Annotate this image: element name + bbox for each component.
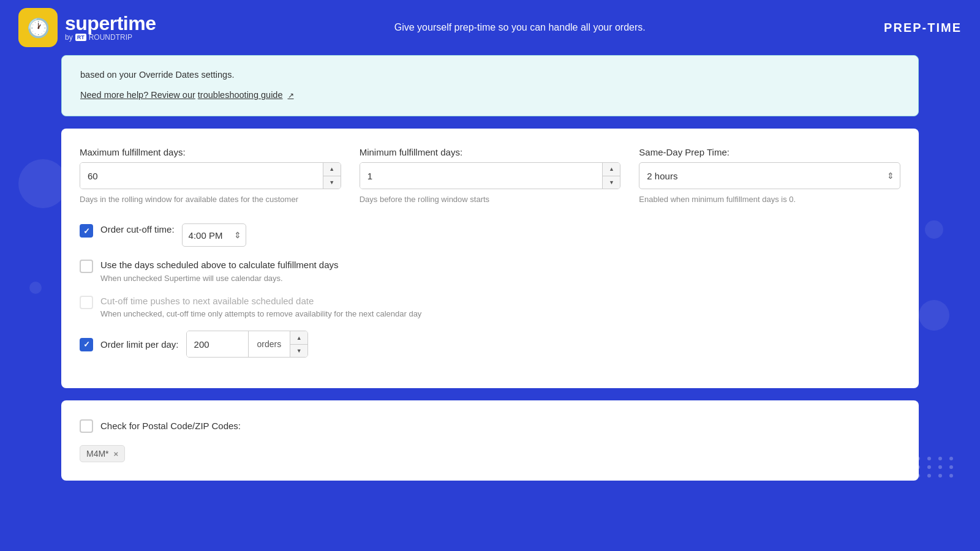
cutoff-pushes-hint: When unchecked, cut-off time only attemp…: [100, 309, 421, 318]
troubleshooting-link-text: troubleshooting guide: [198, 90, 283, 100]
use-scheduled-hint: When unchecked Supertime will use calend…: [100, 274, 339, 283]
max-fulfillment-up[interactable]: ▲: [323, 163, 341, 176]
cutoff-pushes-checkbox[interactable]: [80, 296, 93, 309]
logo-area: 🕐 supertime by RT ROUNDTRIP: [18, 8, 156, 47]
troubleshooting-link[interactable]: Need more help? Review our troubleshooti…: [80, 90, 294, 100]
header-tagline: Give yourself prep-time so you can handl…: [156, 22, 884, 33]
header-section: PREP-TIME: [884, 21, 962, 35]
min-fulfillment-input-wrap: ▲ ▼: [360, 162, 621, 189]
order-limit-label: Order limit per day:: [100, 339, 179, 351]
min-fulfillment-input[interactable]: [360, 163, 603, 189]
use-scheduled-checkbox[interactable]: [80, 260, 93, 273]
cutoff-label-group: Order cut-off time:: [100, 223, 175, 236]
roundtrip-icon: RT: [75, 34, 86, 41]
min-fulfillment-spinner: ▲ ▼: [602, 163, 620, 189]
min-fulfillment-label: Minimum fulfillment days:: [360, 147, 621, 157]
order-limit-row: Order limit per day: orders ▲ ▼: [80, 331, 900, 358]
order-limit-down[interactable]: ▼: [290, 345, 307, 358]
sameday-select-wrap: 1 hour 2 hours 3 hours 4 hours 6 hours 8…: [639, 162, 900, 189]
cutoff-time-wrap: 12:00 PM 1:00 PM 2:00 PM 3:00 PM 4:00 PM…: [182, 223, 246, 247]
use-scheduled-label-group: Use the days scheduled above to calculat…: [100, 259, 339, 283]
order-limit-up[interactable]: ▲: [290, 331, 307, 345]
max-fulfillment-down[interactable]: ▼: [323, 176, 341, 189]
sameday-prep-col: Same-Day Prep Time: 1 hour 2 hours 3 hou…: [639, 147, 900, 205]
settings-card: Maximum fulfillment days: ▲ ▼ Days in th…: [61, 129, 919, 388]
sameday-label: Same-Day Prep Time:: [639, 147, 900, 157]
postal-tag-value: M4M*: [86, 449, 109, 459]
sameday-hint: Enabled when minimum fulfillment days is…: [639, 194, 900, 205]
info-text: based on your Override Dates settings.: [80, 68, 900, 82]
max-fulfillment-spinner: ▲ ▼: [323, 163, 341, 189]
external-link-icon: ↗: [288, 91, 294, 100]
min-fulfillment-hint: Days before the rolling window starts: [360, 194, 621, 205]
info-box: based on your Override Dates settings. N…: [61, 55, 919, 116]
fulfillment-row: Maximum fulfillment days: ▲ ▼ Days in th…: [80, 147, 900, 205]
postal-row: Check for Postal Code/ZIP Codes:: [80, 419, 900, 433]
max-fulfillment-input-wrap: ▲ ▼: [80, 162, 341, 189]
cutoff-time-select[interactable]: 12:00 PM 1:00 PM 2:00 PM 3:00 PM 4:00 PM…: [182, 223, 246, 247]
postal-tags-row: M4M* ×: [80, 445, 900, 462]
use-scheduled-label: Use the days scheduled above to calculat…: [100, 259, 339, 271]
order-limit-input[interactable]: [187, 331, 248, 357]
cutoff-row: Order cut-off time: 12:00 PM 1:00 PM 2:0…: [80, 223, 900, 247]
min-fulfillment-up[interactable]: ▲: [603, 163, 620, 176]
orders-unit: orders: [248, 331, 290, 357]
cutoff-checkbox[interactable]: [80, 224, 93, 238]
logo-by: by RT ROUNDTRIP: [65, 33, 156, 42]
sameday-select[interactable]: 1 hour 2 hours 3 hours 4 hours 6 hours 8…: [639, 162, 900, 189]
postal-card: Check for Postal Code/ZIP Codes: M4M* ×: [61, 400, 919, 481]
cutoff-pushes-row: Cut-off time pushes to next available sc…: [80, 295, 900, 319]
min-fulfillment-col: Minimum fulfillment days: ▲ ▼ Days befor…: [360, 147, 621, 205]
cutoff-pushes-label-group: Cut-off time pushes to next available sc…: [100, 295, 421, 319]
max-fulfillment-label: Maximum fulfillment days:: [80, 147, 341, 157]
cutoff-label: Order cut-off time:: [100, 223, 175, 236]
postal-label: Check for Postal Code/ZIP Codes:: [100, 420, 241, 432]
cutoff-pushes-label: Cut-off time pushes to next available sc…: [100, 295, 421, 307]
header: 🕐 supertime by RT ROUNDTRIP Give yoursel…: [0, 0, 980, 55]
logo-clock-icon: 🕐: [27, 17, 50, 39]
min-fulfillment-down[interactable]: ▼: [603, 176, 620, 189]
logo-text: supertime by RT ROUNDTRIP: [65, 13, 156, 42]
order-limit-input-wrap: orders ▲ ▼: [186, 331, 309, 358]
app-name: supertime: [65, 13, 156, 33]
order-limit-checkbox[interactable]: [80, 338, 93, 351]
postal-checkbox[interactable]: [80, 419, 93, 433]
postal-tag: M4M* ×: [80, 445, 125, 462]
logo-icon: 🕐: [18, 8, 58, 47]
max-fulfillment-input[interactable]: [80, 163, 323, 189]
order-limit-spinner: ▲ ▼: [290, 331, 307, 357]
use-scheduled-row: Use the days scheduled above to calculat…: [80, 259, 900, 283]
postal-tag-remove[interactable]: ×: [114, 450, 119, 458]
max-fulfillment-col: Maximum fulfillment days: ▲ ▼ Days in th…: [80, 147, 341, 205]
max-fulfillment-hint: Days in the rolling window for available…: [80, 194, 341, 205]
